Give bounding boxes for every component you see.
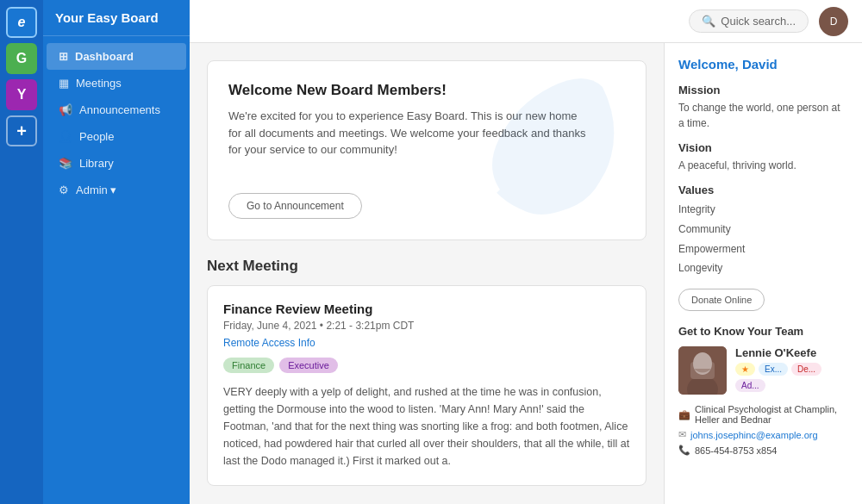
team-member: Lennie O'Keefe ★ Ex... De... Ad... [678,346,848,395]
remote-access-link[interactable]: Remote Access Info [223,337,315,349]
search-icon: 🔍 [702,15,715,28]
donate-button[interactable]: Donate Online [678,289,765,311]
value-empowerment: Empowerment [678,240,848,259]
main-area: 🔍 Quick search... D Welcome New Board Me… [190,0,862,504]
sidebar-item-dashboard[interactable]: ⊞ Dashboard [47,43,186,70]
meetings-icon: ▦ [59,77,69,90]
team-avatar-img [678,346,727,395]
icon-bar: e G Y + [0,0,43,504]
team-details: 💼 Clinical Psychologist at Champlin, Hel… [678,404,848,456]
team-avatar [678,346,727,395]
right-panel: Welcome, David Mission To change the wor… [664,43,862,504]
meeting-body: VERY deeply with a yelp of delight, and … [223,383,630,470]
team-detail-title: 💼 Clinical Psychologist at Champlin, Hel… [678,404,848,425]
app-icon-g[interactable]: G [6,43,37,74]
sidebar-label-people: People [79,130,114,143]
team-name: Lennie O'Keefe [735,346,848,359]
sidebar-nav: ⊞ Dashboard ▦ Meetings 📢 Announcements 👤… [43,36,190,210]
admin-icon: ⚙ [59,184,69,196]
sidebar: Your Easy Board ⊞ Dashboard ▦ Meetings 📢… [43,0,190,504]
team-detail-email: ✉ johns.josephinc@example.org [678,429,848,440]
avatar-initials: D [830,16,838,28]
value-integrity: Integrity [678,200,848,220]
sidebar-label-library: Library [79,157,114,170]
phone-icon: 📞 [678,445,690,456]
content: Welcome New Board Members! We're excited… [190,43,862,504]
mission-text: To change the world, one person at a tim… [678,100,848,131]
search-placeholder: Quick search... [721,15,796,28]
header: 🔍 Quick search... D [190,0,862,43]
next-meeting-section-title: Next Meeting [207,258,646,275]
welcome-user: Welcome, David [678,57,848,72]
sidebar-label-meetings: Meetings [76,77,122,90]
app-icon-y[interactable]: Y [6,79,37,110]
sidebar-item-meetings[interactable]: ▦ Meetings [47,70,186,96]
sidebar-item-announcements[interactable]: 📢 Announcements [47,96,186,123]
avatar[interactable]: D [819,7,848,36]
email-icon: ✉ [678,429,686,440]
team-tags: ★ Ex... De... Ad... [735,363,848,392]
values-title: Values [678,184,848,196]
search-bar[interactable]: 🔍 Quick search... [689,9,809,33]
sidebar-label-announcements: Announcements [79,103,160,116]
value-community: Community [678,220,848,240]
welcome-decor [482,70,637,225]
team-title-text: Clinical Psychologist at Champlin, Helle… [695,404,848,425]
add-app-button[interactable]: + [6,115,37,146]
meeting-title: Finance Review Meeting [223,302,630,316]
dashboard-icon: ⊞ [59,50,68,63]
center-panel: Welcome New Board Members! We're excited… [190,43,664,504]
mission-title: Mission [678,84,848,96]
tag-finance: Finance [223,358,274,373]
team-phone-text: 865-454-8753 x854 [695,445,777,456]
team-info: Lennie O'Keefe ★ Ex... De... Ad... [735,346,848,395]
welcome-card: Welcome New Board Members! We're excited… [207,60,646,240]
team-tag-star: ★ [735,363,755,376]
announcements-icon: 📢 [59,103,72,116]
sidebar-title: Your Easy Board [43,0,190,36]
values-list: Integrity Community Empowerment Longevit… [678,200,848,278]
briefcase-icon: 💼 [678,409,690,420]
sidebar-item-admin[interactable]: ⚙ Admin ▾ [47,177,186,203]
sidebar-label-admin: Admin ▾ [76,184,116,196]
go-to-announcement-button[interactable]: Go to Announcement [228,193,362,219]
value-longevity: Longevity [678,258,848,278]
meeting-card: Finance Review Meeting Friday, June 4, 2… [207,285,646,486]
vision-title: Vision [678,141,848,154]
team-tag-ad: Ad... [735,379,765,392]
sidebar-item-people[interactable]: 👤 People [47,123,186,150]
team-tag-de: De... [791,363,821,376]
library-icon: 📚 [59,157,72,170]
meeting-date: Friday, June 4, 2021 • 2:21 - 3:21pm CDT [223,320,630,332]
tag-row: Finance Executive [223,358,630,373]
get-to-know-title: Get to Know Your Team [678,325,848,338]
sidebar-label-dashboard: Dashboard [75,50,134,63]
vision-text: A peaceful, thriving world. [678,158,848,173]
team-email-text[interactable]: johns.josephinc@example.org [690,430,818,440]
sidebar-item-library[interactable]: 📚 Library [47,150,186,177]
app-icon-e[interactable]: e [6,7,37,38]
people-icon: 👤 [59,130,72,143]
tag-executive: Executive [279,358,338,373]
team-detail-phone: 📞 865-454-8753 x854 [678,445,848,456]
team-tag-ex: Ex... [759,363,788,376]
